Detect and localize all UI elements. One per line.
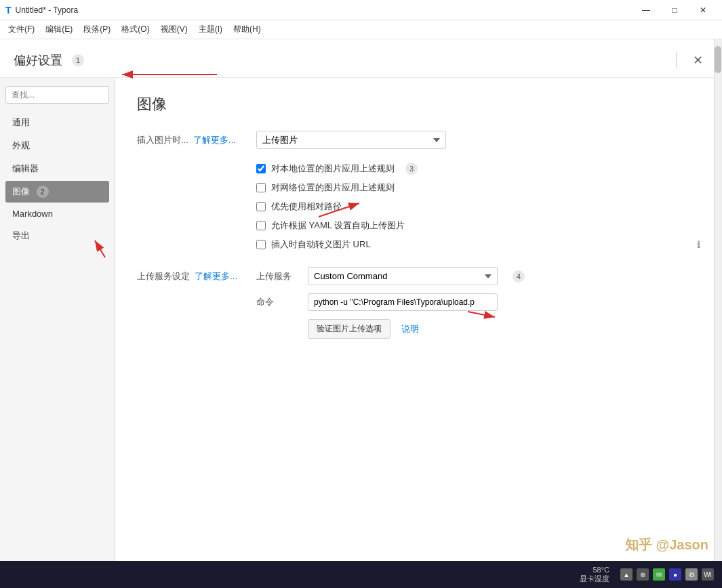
image-settings-panel: 图像 插入图片时... 了解更多... 上传图片 [115,78,722,561]
menu-paragraph[interactable]: 段落(P) [78,21,116,38]
verify-button[interactable]: 验证图片上传选项 [308,319,390,339]
annotation-4: 4 [513,270,525,282]
checkboxes-section: 对本地位置的图片应用上述规则 3 对网络位置的图片应用上述规则 优先使用相对路径 [256,163,700,251]
checkbox-relative-path: 优先使用相对路径 [256,201,700,213]
prefs-header: 偏好设置 1 ✕ [0,39,722,78]
checkbox-network-input[interactable] [256,183,266,192]
prefs-title: 偏好设置 [14,52,62,68]
prefs-close-button[interactable]: ✕ [687,50,708,70]
sidebar-item-markdown[interactable]: Markdown [5,204,109,224]
menu-theme[interactable]: 主题(I) [193,21,228,38]
annotation-3: 3 [405,163,418,175]
menu-file[interactable]: 文件(F) [3,21,40,38]
info-icon[interactable]: ℹ [697,239,700,250]
menu-bar: 文件(F) 编辑(E) 段落(P) 格式(O) 视图(V) 主题(I) 帮助(H… [0,20,722,39]
sidebar-item-editor[interactable]: 编辑器 [5,158,109,180]
sidebar-item-export[interactable]: 导出 [5,225,109,247]
annotation-1: 1 [72,54,84,66]
window-controls: — □ ✕ [633,1,717,20]
taskbar-icon-2[interactable]: ⊕ [637,568,649,581]
checkbox-escape-url: 插入时自动转义图片 URL ℹ [256,238,700,251]
taskbar-icon-3[interactable]: ✉ [653,568,665,581]
insert-image-content: 上传图片 [256,131,700,149]
checkbox-network-label: 对网络位置的图片应用上述规则 [271,182,395,194]
service-dropdown-row: 上传服务 Custom Command 4 [256,267,700,285]
checkboxes-row: 对本地位置的图片应用上述规则 3 对网络位置的图片应用上述规则 优先使用相对路径 [137,160,700,251]
insert-image-row: 插入图片时... 了解更多... 上传图片 [137,131,700,149]
service-dropdown[interactable]: Custom Command [308,267,498,285]
taskbar-icon-1[interactable]: ▲ [620,568,633,581]
watermark: 知乎 @Jason [625,536,708,554]
upload-service-header-row: 上传服务设定 了解更多... 上传服务 Custom Command 4 [137,267,700,347]
window-title: Untitled* - Typora [16,5,628,15]
checkbox-yaml-upload-input[interactable] [256,221,266,230]
menu-view[interactable]: 视图(V) [155,21,193,38]
maximize-button[interactable]: □ [661,1,688,20]
learn-more-link[interactable]: 了解更多... [193,135,236,145]
checkboxes-content: 对本地位置的图片应用上述规则 3 对网络位置的图片应用上述规则 优先使用相对路径 [256,160,700,251]
sidebar-item-appearance[interactable]: 外观 [5,135,109,156]
verify-row: 验证图片上传选项 说明 [256,319,700,339]
checkbox-yaml-upload: 允许根据 YAML 设置自动上传图片 [256,219,700,232]
checkbox-local: 对本地位置的图片应用上述规则 3 [256,163,700,175]
checkboxes-spacer-label [137,160,245,163]
annotation-2: 2 [37,186,49,198]
taskbar-icon-4[interactable]: ● [669,568,681,581]
app-icon: T [5,5,12,16]
menu-help[interactable]: 帮助(H) [228,21,266,38]
upload-service-controls: 上传服务 Custom Command 4 命令 [256,267,700,347]
taskbar-icons: ▲ ⊕ ✉ ● ⚙ Wi [620,568,714,581]
preferences-panel: 偏好设置 1 ✕ 通用 外观 编辑器 图像 2 Markdown 导出 图像 [0,39,722,561]
checkbox-yaml-upload-label: 允许根据 YAML 设置自动上传图片 [271,219,405,232]
taskbar-icon-wifi[interactable]: Wi [702,568,714,581]
title-bar: T Untitled* - Typora — □ ✕ [0,0,722,20]
scrollbar-thumb [715,46,721,73]
sidebar-item-image[interactable]: 图像 2 [5,181,109,203]
checkbox-network: 对网络位置的图片应用上述规则 [256,182,700,194]
upload-learn-more-link[interactable]: 了解更多... [195,271,237,281]
upload-service-section: 上传服务设定 了解更多... 上传服务 Custom Command 4 [137,267,700,347]
checkbox-relative-path-input[interactable] [256,202,266,211]
temperature-label: 显卡温度 [580,574,609,584]
checkbox-escape-url-input[interactable] [256,240,266,249]
command-label: 命令 [256,296,297,308]
checkbox-local-input[interactable] [256,164,266,173]
search-input[interactable] [5,86,109,104]
menu-format[interactable]: 格式(O) [116,21,155,38]
sidebar-item-general[interactable]: 通用 [5,112,109,133]
taskbar: 58°C 显卡温度 ▲ ⊕ ✉ ● ⚙ Wi [0,561,722,588]
menu-edit[interactable]: 编辑(E) [40,21,78,38]
minimize-button[interactable]: — [633,1,660,20]
scrollbar[interactable] [714,39,722,561]
insert-image-dropdown[interactable]: 上传图片 [256,131,446,149]
insert-image-label: 插入图片时... 了解更多... [137,131,245,146]
command-row: 命令 [256,293,700,311]
panel-title: 图像 [137,94,700,114]
checkbox-local-label: 对本地位置的图片应用上述规则 [271,163,395,175]
prefs-body: 通用 外观 编辑器 图像 2 Markdown 导出 图像 插入图片时... 了… [0,78,722,561]
checkbox-relative-path-label: 优先使用相对路径 [271,201,342,213]
taskbar-icon-5[interactable]: ⚙ [685,568,698,581]
service-label: 上传服务 [256,270,297,282]
close-button[interactable]: ✕ [689,1,717,20]
checkbox-escape-url-label: 插入时自动转义图片 URL [271,238,371,251]
temperature-value: 58°C [593,566,609,574]
upload-service-header-label: 上传服务设定 了解更多... [137,267,245,282]
command-input[interactable] [308,293,498,311]
doc-link[interactable]: 说明 [401,323,419,335]
prefs-sidebar: 通用 外观 编辑器 图像 2 Markdown 导出 [0,78,115,561]
